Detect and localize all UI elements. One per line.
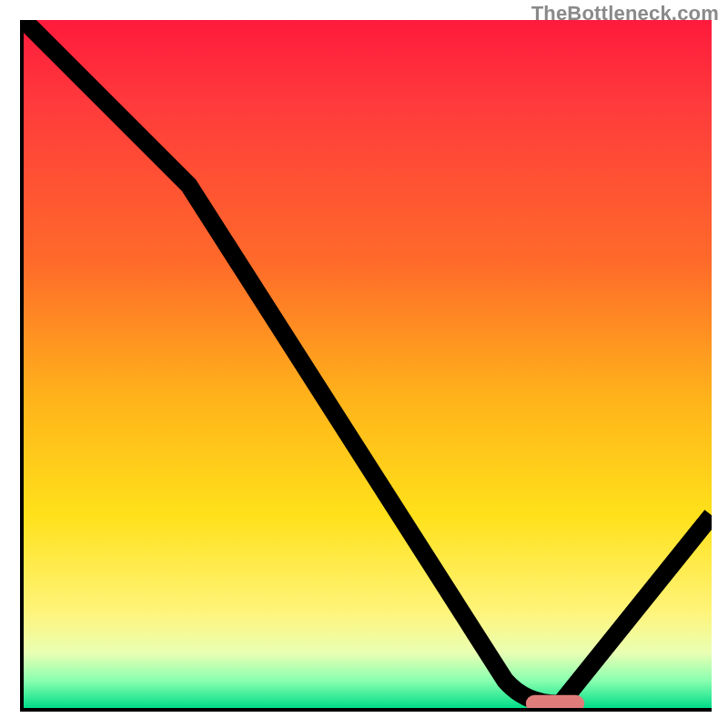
chart-curve-layer: [24, 20, 712, 708]
chart-plot-area: [20, 20, 712, 712]
watermark-text: TheBottleneck.com: [531, 2, 719, 25]
chart-min-marker: [526, 695, 584, 708]
chart-line-series: [24, 20, 712, 703]
